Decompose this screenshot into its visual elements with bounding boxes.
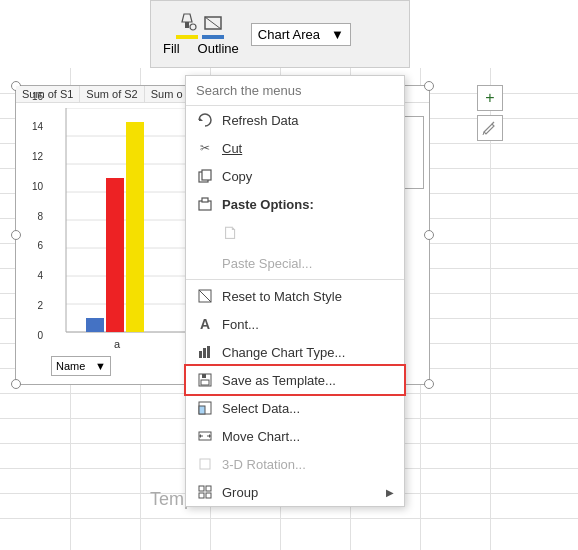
menu-item-paste-label: Paste Options: xyxy=(222,197,394,212)
move-chart-icon xyxy=(196,427,214,445)
fill-outline-icons xyxy=(176,12,224,39)
svg-line-4 xyxy=(205,17,221,29)
svg-rect-24 xyxy=(202,170,211,180)
rotation-icon xyxy=(196,455,214,473)
chevron-down-icon: ▼ xyxy=(331,27,344,42)
toolbar: Fill Outline Chart Area ▼ xyxy=(150,0,410,68)
menu-item-rotation: 3-D Rotation... xyxy=(186,450,404,478)
menu-item-paste-icon-row: 🗋 xyxy=(186,218,404,249)
svg-rect-34 xyxy=(202,374,206,378)
menu-item-move-chart[interactable]: Move Chart... xyxy=(186,422,404,450)
menu-item-reset-label: Reset to Match Style xyxy=(222,289,394,304)
menu-item-cut-label: Cut xyxy=(222,141,394,156)
dropdown-arrow-icon: ▼ xyxy=(95,360,106,372)
chart-style-button[interactable] xyxy=(477,115,503,141)
fill-outline-area: Fill Outline xyxy=(161,12,239,56)
menu-item-reset[interactable]: Reset to Match Style xyxy=(186,282,404,310)
menu-item-paste-special-label: Paste Special... xyxy=(222,256,394,271)
menu-item-paste[interactable]: Paste Options: xyxy=(186,190,404,218)
context-menu: Refresh Data ✂ Cut Copy Paste Options: 🗋… xyxy=(185,75,405,507)
chart-header-s2: Sum of S2 xyxy=(80,86,144,102)
chart-area-dropdown[interactable]: Chart Area ▼ xyxy=(251,23,351,46)
menu-item-save-template-label: Save as Template... xyxy=(222,373,394,388)
svg-rect-36 xyxy=(199,406,205,414)
chart-handle-br[interactable] xyxy=(424,379,434,389)
svg-rect-42 xyxy=(206,486,211,491)
menu-item-select-data[interactable]: Select Data... xyxy=(186,394,404,422)
svg-rect-30 xyxy=(203,348,206,358)
y-axis: 0 2 4 6 8 10 12 14 16 xyxy=(16,86,46,346)
menu-item-font-label: Font... xyxy=(222,317,394,332)
cut-icon: ✂ xyxy=(196,139,214,157)
menu-item-rotation-label: 3-D Rotation... xyxy=(222,457,394,472)
chart-header-s3: Sum o xyxy=(145,86,190,102)
svg-rect-33 xyxy=(201,380,209,385)
y-label: 4 xyxy=(16,270,46,281)
group-submenu-arrow: ▶ xyxy=(386,487,394,498)
chart-handle-mr[interactable] xyxy=(424,230,434,240)
paste-icon xyxy=(196,195,214,213)
name-dropdown[interactable]: Name ▼ xyxy=(51,356,111,376)
name-label: Name xyxy=(56,360,85,372)
svg-rect-26 xyxy=(202,198,208,202)
paste-special-icon: 🗋 xyxy=(222,223,240,244)
svg-rect-29 xyxy=(199,351,202,358)
svg-point-2 xyxy=(190,24,196,30)
menu-item-refresh-label: Refresh Data xyxy=(222,113,394,128)
y-label: 8 xyxy=(16,211,46,222)
save-template-icon xyxy=(196,371,214,389)
y-label: 0 xyxy=(16,330,46,341)
svg-rect-1 xyxy=(185,22,189,28)
chart-tools: + xyxy=(477,85,503,141)
y-label: 16 xyxy=(16,91,46,102)
menu-separator-1 xyxy=(186,279,404,280)
menu-item-save-template[interactable]: Save as Template... xyxy=(186,366,404,394)
y-label: 14 xyxy=(16,121,46,132)
svg-rect-31 xyxy=(207,346,210,358)
menu-item-change-chart-type-label: Change Chart Type... xyxy=(222,345,394,360)
menu-item-refresh[interactable]: Refresh Data xyxy=(186,106,404,134)
menu-item-change-chart-type[interactable]: Change Chart Type... xyxy=(186,338,404,366)
change-chart-type-icon xyxy=(196,343,214,361)
fill-label: Fill xyxy=(163,41,180,56)
menu-item-paste-special: Paste Special... xyxy=(186,249,404,277)
svg-rect-40 xyxy=(200,459,210,469)
fill-icon[interactable] xyxy=(176,12,198,39)
font-icon: A xyxy=(196,315,214,333)
menu-item-copy[interactable]: Copy xyxy=(186,162,404,190)
paste-special-icon xyxy=(196,254,214,272)
menu-item-move-chart-label: Move Chart... xyxy=(222,429,394,444)
y-label: 2 xyxy=(16,300,46,311)
group-icon xyxy=(196,483,214,501)
toolbar-labels: Fill Outline xyxy=(163,41,239,56)
y-label: 12 xyxy=(16,151,46,162)
y-label: 6 xyxy=(16,240,46,251)
svg-rect-41 xyxy=(199,486,204,491)
chart-handle-bl[interactable] xyxy=(11,379,21,389)
chart-area-value: Chart Area xyxy=(258,27,320,42)
menu-item-group[interactable]: Group ▶ xyxy=(186,478,404,506)
svg-rect-17 xyxy=(106,178,124,332)
menu-search-input[interactable] xyxy=(186,76,404,106)
menu-item-group-label: Group xyxy=(222,485,378,500)
y-label: 10 xyxy=(16,181,46,192)
svg-text:a: a xyxy=(114,338,121,350)
svg-rect-18 xyxy=(126,122,144,332)
svg-line-21 xyxy=(483,132,484,135)
grid-row-line xyxy=(0,518,578,519)
outline-icon[interactable] xyxy=(202,12,224,39)
copy-icon xyxy=(196,167,214,185)
menu-item-font[interactable]: A Font... xyxy=(186,310,404,338)
svg-line-20 xyxy=(492,122,494,124)
add-chart-element-button[interactable]: + xyxy=(477,85,503,111)
svg-line-28 xyxy=(199,290,211,302)
menu-item-select-data-label: Select Data... xyxy=(222,401,394,416)
svg-rect-43 xyxy=(199,493,204,498)
svg-marker-0 xyxy=(182,14,192,22)
svg-rect-44 xyxy=(206,493,211,498)
menu-item-cut[interactable]: ✂ Cut xyxy=(186,134,404,162)
menu-item-copy-label: Copy xyxy=(222,169,394,184)
refresh-icon xyxy=(196,111,214,129)
select-data-icon xyxy=(196,399,214,417)
outline-label: Outline xyxy=(198,41,239,56)
